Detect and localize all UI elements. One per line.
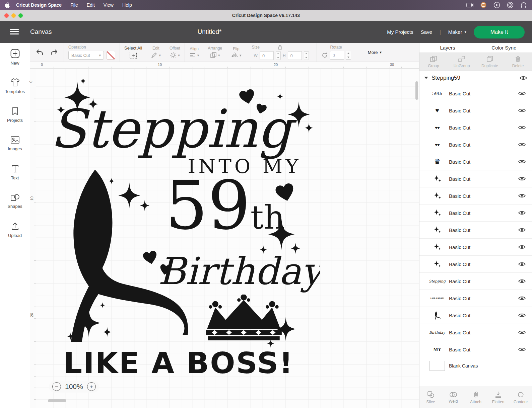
close-window-button[interactable]: [4, 13, 9, 18]
layer-row[interactable]: Stepping Basic Cut: [419, 273, 532, 290]
layer-row[interactable]: LIKE A BOSS! Basic Cut: [419, 290, 532, 307]
color-swatch[interactable]: [107, 51, 115, 60]
save-link[interactable]: Save: [421, 29, 432, 35]
layer-row[interactable]: Basic Cut: [419, 256, 532, 273]
edit-menu-button[interactable]: ▾: [151, 52, 161, 59]
sidebar-item-projects[interactable]: Projects: [0, 100, 30, 129]
vertical-scrollbar[interactable]: [415, 81, 418, 100]
eye-icon[interactable]: [518, 210, 526, 216]
sidebar-item-shapes[interactable]: Shapes: [0, 187, 30, 216]
lock-icon[interactable]: [277, 45, 283, 50]
machine-selector[interactable]: Maker ▾: [448, 29, 466, 35]
sidebar-item-text[interactable]: Text: [0, 158, 30, 187]
sidebar-item-upload[interactable]: Upload: [0, 216, 30, 244]
menu-view[interactable]: View: [104, 2, 114, 8]
group-icon: [430, 55, 437, 63]
make-it-button[interactable]: Make It: [474, 26, 525, 38]
height-input[interactable]: [288, 51, 302, 60]
layer-row[interactable]: Basic Cut: [419, 187, 532, 205]
layer-group-row[interactable]: Stepping59: [419, 71, 532, 85]
eye-icon[interactable]: [518, 278, 526, 284]
orange-app-icon[interactable]: [480, 2, 487, 8]
height-stepper[interactable]: [304, 51, 309, 60]
play-icon[interactable]: [493, 2, 501, 8]
eye-icon[interactable]: [518, 159, 526, 164]
offset-menu-button[interactable]: ▾: [170, 52, 180, 59]
layer-row[interactable]: Birthday Basic Cut: [419, 324, 532, 341]
blank-canvas-row[interactable]: Blank Canvas: [419, 358, 532, 374]
radar-icon[interactable]: [507, 2, 514, 8]
operation-select[interactable]: Basic Cut ▾: [68, 51, 104, 60]
layer-row[interactable]: ♥♥ Basic Cut: [419, 136, 532, 153]
eye-icon[interactable]: [518, 313, 526, 318]
redo-icon[interactable]: [50, 49, 58, 56]
layer-row[interactable]: ♥♥ Basic Cut: [419, 119, 532, 136]
contour-button[interactable]: Contour: [510, 387, 532, 408]
rotate-input[interactable]: [330, 51, 344, 60]
select-all-icon[interactable]: [130, 52, 137, 59]
slice-button[interactable]: Slice: [419, 387, 442, 408]
layer-row[interactable]: ♥ Basic Cut: [419, 102, 532, 119]
eye-icon[interactable]: [518, 296, 526, 301]
more-menu-button[interactable]: More ▾: [368, 50, 382, 55]
attach-button[interactable]: Attach: [464, 387, 487, 408]
hamburger-menu-icon[interactable]: [10, 29, 19, 35]
layer-row[interactable]: Basic Cut: [419, 222, 532, 239]
width-input[interactable]: [260, 51, 274, 60]
tab-color-sync[interactable]: Color Sync: [476, 43, 532, 53]
zoom-window-button[interactable]: [18, 13, 23, 18]
eye-icon[interactable]: [518, 193, 526, 198]
layer-row[interactable]: 59th Basic Cut: [419, 85, 532, 102]
flatten-button[interactable]: Flatten: [487, 387, 510, 408]
design-artwork[interactable]: Stepping INTO MY 59th Birthday LIKE A BO…: [55, 79, 320, 382]
duplicate-button[interactable]: Duplicate: [476, 53, 504, 71]
eye-icon[interactable]: [518, 142, 526, 147]
eye-icon[interactable]: [518, 244, 526, 250]
arrange-menu-button[interactable]: ▾: [210, 52, 220, 59]
tab-layers[interactable]: Layers: [419, 43, 476, 53]
canvas-grid[interactable]: Stepping INTO MY 59th Birthday LIKE A BO…: [36, 69, 419, 408]
zoom-out-button[interactable]: −: [52, 382, 61, 391]
eye-icon[interactable]: [518, 330, 526, 335]
sidebar-item-images[interactable]: Images: [0, 129, 30, 158]
menu-app-name[interactable]: Cricut Design Space: [16, 2, 62, 8]
eye-icon[interactable]: [518, 347, 526, 352]
eye-icon[interactable]: [518, 261, 526, 267]
video-camera-icon[interactable]: [466, 2, 474, 8]
eye-icon[interactable]: [518, 91, 526, 96]
menu-help[interactable]: Help: [122, 2, 132, 8]
rotate-stepper[interactable]: [346, 51, 351, 60]
delete-button[interactable]: Delete: [504, 53, 532, 71]
my-projects-link[interactable]: My Projects: [387, 29, 413, 35]
disclosure-triangle-icon[interactable]: [424, 77, 428, 79]
eye-icon[interactable]: [518, 108, 526, 113]
eye-icon[interactable]: [518, 227, 526, 233]
sidebar-item-new[interactable]: New: [0, 43, 30, 72]
layer-row[interactable]: Basic Cut: [419, 239, 532, 256]
eye-icon[interactable]: [519, 75, 527, 81]
layer-row[interactable]: Basic Cut: [419, 170, 532, 187]
design-word-59th: 59th: [165, 166, 285, 244]
eye-icon[interactable]: [518, 125, 526, 130]
menu-file[interactable]: File: [70, 2, 78, 8]
layer-row[interactable]: MY Basic Cut: [419, 341, 532, 358]
weld-button[interactable]: Weld: [442, 387, 464, 408]
zoom-in-button[interactable]: +: [87, 382, 96, 391]
horizontal-scrollbar[interactable]: [48, 399, 66, 402]
undo-icon[interactable]: [36, 49, 44, 56]
sidebar-item-templates[interactable]: Templates: [0, 72, 30, 100]
apple-icon[interactable]: [5, 2, 10, 8]
ungroup-button[interactable]: UnGroup: [448, 53, 476, 71]
eye-icon[interactable]: [518, 176, 526, 181]
align-menu-button[interactable]: ▾: [189, 53, 199, 58]
menu-edit[interactable]: Edit: [87, 2, 95, 8]
flip-menu-button[interactable]: ▾: [231, 53, 242, 58]
layer-row[interactable]: Basic Cut: [419, 307, 532, 324]
minimize-window-button[interactable]: [11, 13, 16, 18]
headphones-icon[interactable]: [520, 2, 527, 8]
layer-row[interactable]: Basic Cut: [419, 205, 532, 222]
group-button[interactable]: Group: [419, 53, 448, 71]
rotate-icon[interactable]: [321, 52, 328, 59]
layer-row[interactable]: ♛ Basic Cut: [419, 153, 532, 170]
width-stepper[interactable]: [276, 51, 281, 60]
